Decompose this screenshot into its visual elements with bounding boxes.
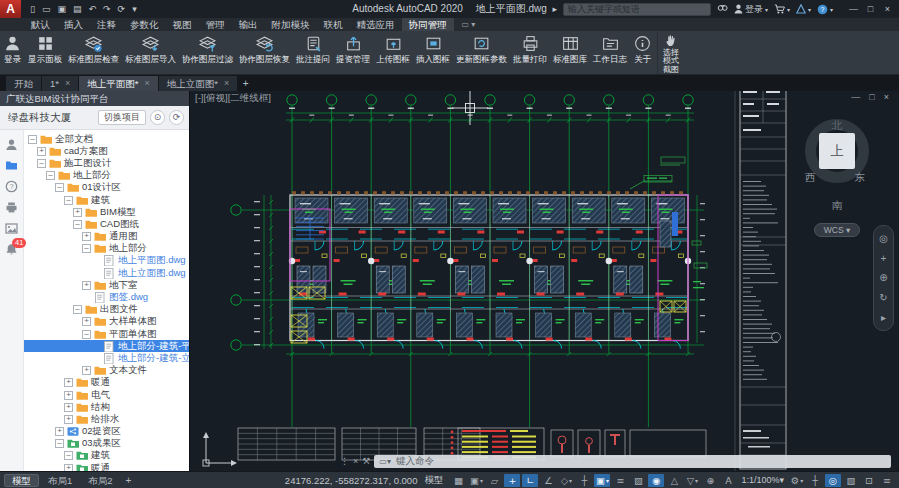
status-snap-mode[interactable]: ▣▾ (468, 474, 484, 487)
undo-icon[interactable]: ↶ (89, 4, 97, 14)
ribbon-button-panels[interactable]: 显示面板 (25, 31, 65, 74)
search-input[interactable] (563, 3, 711, 16)
ribbon-tab-联机[interactable]: 联机 (317, 18, 350, 31)
ribbon-tab-视图[interactable]: 视图 (166, 18, 199, 31)
search-icon[interactable] (717, 4, 728, 15)
command-customize-icon[interactable]: ⚒ (362, 456, 370, 466)
tree-expand-toggle[interactable]: – (73, 305, 82, 314)
tree-item-大样单体图[interactable]: +大样单体图 (24, 316, 189, 328)
minimize-button[interactable]: — (845, 4, 862, 14)
view-cube[interactable]: 北 西 上 东 南 WCS ▾ (791, 105, 883, 237)
tree-item-地上部分[interactable]: –地上部分 (24, 170, 189, 182)
status-annotation-monitor[interactable]: ┼ (807, 474, 823, 487)
sign-in-button[interactable]: 登录 ▾ (734, 3, 768, 16)
status-isometric-drafting[interactable]: ◇▾ (558, 474, 574, 487)
recent-commands-icon[interactable]: ▭▾ (379, 457, 391, 466)
qat-dropdown-icon[interactable]: ▾ (132, 4, 137, 14)
tree-item-地上平面图.dwg[interactable]: 地上平面图.dwg (24, 255, 189, 267)
ribbon-button-frame-upload[interactable]: 上传图框 (373, 31, 413, 74)
status-graphics-performance[interactable]: ▧ (843, 474, 859, 487)
rail-help-icon[interactable]: ? (5, 180, 18, 193)
tree-expand-toggle[interactable]: + (82, 232, 91, 241)
tree-expand-toggle[interactable]: – (37, 159, 46, 168)
ribbon-button-layers-check[interactable]: 标准图层检查 (65, 31, 122, 74)
tree-item-地上立面图.dwg[interactable]: 地上立面图.dwg (24, 267, 189, 279)
tree-expand-toggle[interactable]: – (55, 183, 64, 192)
new-drawing-tab-button[interactable]: + (238, 76, 253, 91)
status-object-snap-tracking[interactable]: ┼ (576, 474, 592, 487)
ribbon-tab-注释[interactable]: 注释 (90, 18, 123, 31)
autocad-logo-icon[interactable]: A (0, 0, 21, 18)
ribbon-tab-精选应用[interactable]: 精选应用 (350, 18, 402, 31)
tree-item-暖通[interactable]: +暖通 (24, 377, 189, 389)
ribbon-tab-协同管理[interactable]: 协同管理 (402, 18, 454, 31)
tree-item-02提资区[interactable]: +02提资区 (24, 426, 189, 438)
ribbon-button-layers-import[interactable]: 标准图层导入 (122, 31, 179, 74)
save-as-icon[interactable]: ▤ (73, 4, 82, 14)
status-annotation-visibility[interactable]: A (720, 474, 736, 487)
drawing-tab-地上立面图[interactable]: 地上立面图*× (159, 76, 237, 91)
app-store-cart-icon[interactable]: ▾ (774, 4, 790, 14)
status-object-snap[interactable]: ▣▾ (594, 474, 610, 487)
status-polar-tracking[interactable]: ∠ (540, 474, 556, 487)
ribbon-tab-附加模块[interactable]: 附加模块 (265, 18, 317, 31)
close-button[interactable]: × (879, 4, 896, 14)
tree-item-暖通[interactable]: +暖通 (24, 462, 189, 471)
layout-tab-模型[interactable]: 模型 (4, 474, 39, 487)
status-selection-filtering[interactable]: ▽▾ (684, 474, 700, 487)
tree-item-地下室[interactable]: +地下室 (24, 279, 189, 291)
restore-button[interactable]: □ (862, 4, 879, 14)
tree-expand-toggle[interactable]: + (82, 366, 91, 375)
ribbon-button-printer[interactable]: 批量打印 (510, 31, 550, 74)
tree-expand-toggle[interactable]: + (64, 464, 73, 471)
tree-item-全部文档[interactable]: –全部文档 (24, 133, 189, 145)
wcs-dropdown[interactable]: WCS ▾ (814, 223, 860, 237)
tree-item-cad方案图[interactable]: +cad方案图 (24, 145, 189, 157)
tree-item-结构[interactable]: +结构 (24, 401, 189, 413)
viewport-view-control[interactable]: [俯视] (203, 92, 227, 105)
tree-expand-toggle[interactable]: + (64, 403, 73, 412)
tree-item-图签.dwg[interactable]: 图签.dwg (24, 291, 189, 303)
show-motion-icon[interactable]: ▸ (881, 312, 886, 323)
viewcube-east[interactable]: 东 (855, 171, 866, 185)
tree-item-施工图设计[interactable]: –施工图设计 (24, 157, 189, 169)
ribbon-button-note-question[interactable]: 批注提问 (293, 31, 333, 74)
tree-expand-toggle[interactable]: – (73, 220, 82, 229)
status-gizmo[interactable]: ⊕ (702, 474, 718, 487)
status-lineweight[interactable]: ≡ (612, 474, 628, 487)
locate-icon[interactable]: ⊙ (150, 110, 165, 125)
tree-expand-toggle[interactable]: + (64, 415, 73, 424)
ribbon-tab-管理[interactable]: 管理 (199, 18, 232, 31)
redo-icon[interactable]: ↷ (103, 4, 111, 14)
status-clean-screen[interactable]: ⊡ (861, 474, 877, 487)
ribbon-tab-参数化[interactable]: 参数化 (123, 18, 166, 31)
drawing-tab-地上平面图[interactable]: 地上平面图*× (79, 76, 157, 91)
ribbon-button-layers-filter[interactable]: 协作图层过滤 (179, 31, 236, 74)
tree-expand-toggle[interactable]: – (46, 171, 55, 180)
command-grip-icon[interactable]: ⋮ (340, 456, 349, 466)
tree-expand-toggle[interactable]: – (55, 439, 64, 448)
zoom-icon[interactable]: ⊕ (879, 272, 887, 283)
tree-item-地上部分-建筑-平面合并[interactable]: 地上部分-建筑-平面合并 (24, 340, 189, 352)
tree-expand-toggle[interactable]: + (82, 281, 91, 290)
search-expand-icon[interactable]: ▸ (552, 4, 557, 14)
tree-item-建筑[interactable]: –建筑 (24, 450, 189, 462)
save-file-icon[interactable]: ▣ (57, 4, 66, 14)
status-hardware-acceleration[interactable]: ◎ (825, 474, 841, 487)
rail-bell-icon[interactable]: 41 (5, 243, 18, 256)
ribbon-button-work-log[interactable]: 工作日志 (590, 31, 630, 74)
tree-item-BIM模型[interactable]: +BIM模型 (24, 206, 189, 218)
command-input[interactable]: ▭▾ 键入命令 (374, 455, 891, 468)
command-close-icon[interactable]: × (353, 456, 358, 466)
help-icon[interactable]: ? ▾ (817, 4, 833, 15)
status-customization-menu[interactable]: ≡ (879, 474, 895, 487)
status-selection-cycling[interactable]: ◉ (648, 474, 664, 487)
tree-item-地上部分-建筑-立面合并[interactable]: 地上部分-建筑-立面合并 (24, 352, 189, 364)
status-ortho-mode[interactable]: ∟ (522, 474, 538, 487)
status-transparency[interactable]: ▨ (630, 474, 646, 487)
viewport-minimize-button[interactable]: — (851, 92, 860, 102)
viewcube-south[interactable]: 南 (791, 199, 883, 213)
drawing-canvas[interactable]: [-] [俯视] [二维线框] —□× 北 西 上 东 南 WCS ▾ ◎+⊕↻… (190, 91, 899, 471)
tree-expand-toggle[interactable]: + (64, 391, 73, 400)
drawing-tab-开始[interactable]: 开始 (6, 76, 41, 91)
